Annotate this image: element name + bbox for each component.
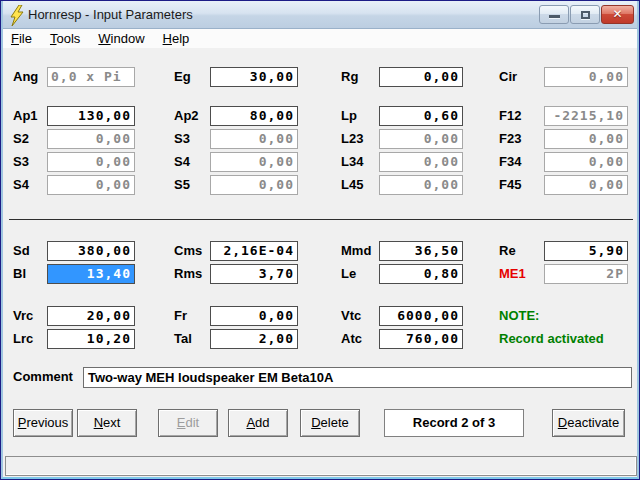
param-label-me1-r6: ME1 bbox=[499, 264, 526, 284]
param-field-re-r5[interactable]: 5,90 bbox=[544, 241, 628, 261]
hornresp-window: Hornresp - Input Parameters ✕ FileToolsW… bbox=[0, 0, 640, 480]
param-label-rms-r6: Rms bbox=[174, 264, 202, 284]
close-icon: ✕ bbox=[602, 7, 633, 21]
param-field-ap1-r1[interactable]: 130,00 bbox=[47, 106, 135, 126]
param-label-eg-r0: Eg bbox=[174, 67, 191, 87]
param-field-sd-r5[interactable]: 380,00 bbox=[47, 241, 135, 261]
param-label-cms-r5: Cms bbox=[174, 241, 202, 261]
param-label-f23-r2: F23 bbox=[499, 129, 521, 149]
menu-item-window[interactable]: Window bbox=[89, 29, 153, 48]
comment-field[interactable]: Two-way MEH loudspeaker EM Beta10A bbox=[83, 367, 632, 388]
param-field-f34-r3: 0,00 bbox=[544, 152, 628, 172]
param-field-cms-r5[interactable]: 2,16E-04 bbox=[210, 241, 298, 261]
menu-bar: FileToolsWindowHelp bbox=[2, 29, 639, 48]
param-label-re-r5: Re bbox=[499, 241, 516, 261]
param-label-sd-r5: Sd bbox=[13, 241, 30, 261]
param-field-atc-r8[interactable]: 760,00 bbox=[379, 329, 463, 349]
param-field-s3-r3: 0,00 bbox=[47, 152, 135, 172]
param-field-l23-r2: 0,00 bbox=[379, 129, 463, 149]
param-label-s2-r2: S2 bbox=[13, 129, 29, 149]
param-field-vrc-r7[interactable]: 20,00 bbox=[47, 306, 135, 326]
param-label-s3-r3: S3 bbox=[13, 152, 29, 172]
minimize-button[interactable] bbox=[539, 5, 569, 24]
param-field-mmd-r5[interactable]: 36,50 bbox=[379, 241, 463, 261]
param-label-s5-r4: S5 bbox=[174, 175, 190, 195]
param-label-vtc-r7: Vtc bbox=[341, 306, 361, 326]
param-label-atc-r8: Atc bbox=[341, 329, 362, 349]
param-label-l23-r2: L23 bbox=[341, 129, 363, 149]
comment-label: Comment bbox=[13, 367, 73, 387]
menu-item-tools[interactable]: Tools bbox=[41, 29, 89, 48]
add-button[interactable]: Add bbox=[228, 409, 288, 437]
param-label-s3-r2: S3 bbox=[174, 129, 190, 149]
param-field-s5-r4: 0,00 bbox=[210, 175, 298, 195]
param-field-lp-r1[interactable]: 0,60 bbox=[379, 106, 463, 126]
param-field-s4-r3: 0,00 bbox=[210, 152, 298, 172]
edit-button: Edit bbox=[158, 409, 218, 437]
menu-item-help[interactable]: Help bbox=[154, 29, 199, 48]
record-indicator: Record 2 of 3 bbox=[384, 409, 524, 437]
param-label-l45-r4: L45 bbox=[341, 175, 363, 195]
param-field-ang-r0: 0,0 x Pi bbox=[47, 67, 135, 87]
param-label-mmd-r5: Mmd bbox=[341, 241, 371, 261]
title-bar[interactable]: Hornresp - Input Parameters ✕ bbox=[1, 1, 640, 29]
param-field-f12-r1: -2215,10 bbox=[544, 106, 628, 126]
param-field-cir-r0: 0,00 bbox=[544, 67, 628, 87]
status-bar bbox=[5, 456, 637, 476]
param-field-l45-r4: 0,00 bbox=[379, 175, 463, 195]
param-label-s4-r4: S4 bbox=[13, 175, 29, 195]
delete-button[interactable]: Delete bbox=[300, 409, 360, 437]
param-label-f12-r1: F12 bbox=[499, 106, 521, 126]
param-label-fr-r7: Fr bbox=[174, 306, 187, 326]
param-field-me1-r6: 2P bbox=[544, 264, 628, 284]
lightning-bolt-icon bbox=[8, 5, 25, 26]
param-field-s4-r4: 0,00 bbox=[47, 175, 135, 195]
param-label-ap2-r1: Ap2 bbox=[174, 106, 199, 126]
menu-item-file[interactable]: File bbox=[2, 29, 41, 48]
param-label-ang-r0: Ang bbox=[13, 67, 38, 87]
param-label-f34-r3: F34 bbox=[499, 152, 521, 172]
param-field-s2-r2: 0,00 bbox=[47, 129, 135, 149]
param-field-lrc-r8[interactable]: 10,20 bbox=[47, 329, 135, 349]
param-field-f23-r2: 0,00 bbox=[544, 129, 628, 149]
param-field-rms-r6[interactable]: 3,70 bbox=[210, 264, 298, 284]
maximize-button[interactable] bbox=[570, 5, 600, 24]
maximize-icon bbox=[581, 11, 590, 19]
param-label-ap1-r1: Ap1 bbox=[13, 106, 38, 126]
param-label-lrc-r8: Lrc bbox=[13, 329, 33, 349]
param-label-l34-r3: L34 bbox=[341, 152, 363, 172]
param-field-rg-r0[interactable]: 0,00 bbox=[379, 67, 463, 87]
close-button[interactable]: ✕ bbox=[601, 5, 634, 24]
minimize-icon bbox=[549, 15, 560, 18]
param-label-vrc-r7: Vrc bbox=[13, 306, 33, 326]
param-field-ap2-r1[interactable]: 80,00 bbox=[210, 106, 298, 126]
param-field-eg-r0[interactable]: 30,00 bbox=[210, 67, 298, 87]
next-button[interactable]: Next bbox=[77, 409, 137, 437]
param-label-lp-r1: Lp bbox=[341, 106, 357, 126]
param-field-bl-r6[interactable]: 13,40 bbox=[47, 264, 135, 284]
previous-button[interactable]: Previous bbox=[13, 409, 73, 437]
deactivate-button[interactable]: Deactivate bbox=[552, 409, 625, 437]
param-field-l34-r3: 0,00 bbox=[379, 152, 463, 172]
window-title: Hornresp - Input Parameters bbox=[28, 7, 193, 22]
section-divider bbox=[9, 219, 633, 220]
param-field-f45-r4: 0,00 bbox=[544, 175, 628, 195]
param-field-tal-r8[interactable]: 2,00 bbox=[210, 329, 298, 349]
param-field-le-r6[interactable]: 0,80 bbox=[379, 264, 463, 284]
note-note-: NOTE: bbox=[499, 306, 539, 326]
param-field-fr-r7[interactable]: 0,00 bbox=[210, 306, 298, 326]
param-label-tal-r8: Tal bbox=[174, 329, 192, 349]
param-label-cir-r0: Cir bbox=[499, 67, 517, 87]
note-record-activated: Record activated bbox=[499, 329, 604, 349]
param-label-le-r6: Le bbox=[341, 264, 356, 284]
param-label-s4-r3: S4 bbox=[174, 152, 190, 172]
param-label-f45-r4: F45 bbox=[499, 175, 521, 195]
param-label-rg-r0: Rg bbox=[341, 67, 358, 87]
param-field-vtc-r7[interactable]: 6000,00 bbox=[379, 306, 463, 326]
param-label-bl-r6: Bl bbox=[13, 264, 26, 284]
param-field-s3-r2: 0,00 bbox=[210, 129, 298, 149]
